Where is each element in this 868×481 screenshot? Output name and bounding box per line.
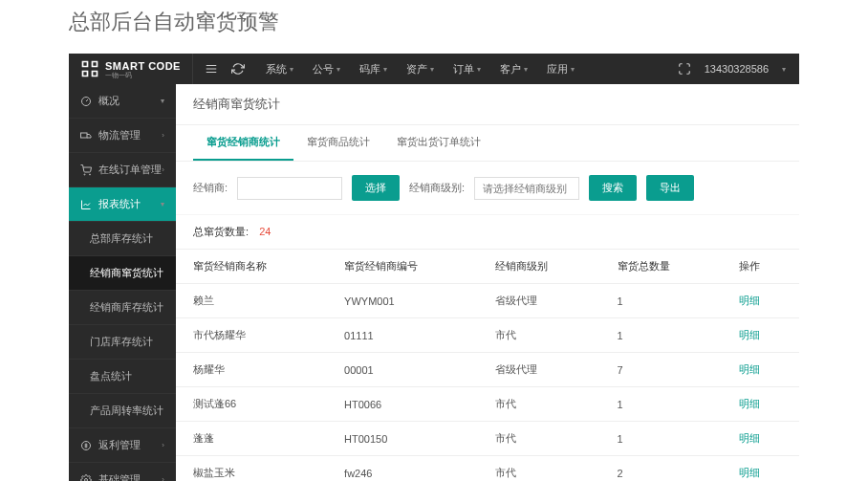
total-label: 总窜货数量: <box>193 226 249 237</box>
total-bar: 总窜货数量: 24 <box>176 214 799 249</box>
cell-code: 00001 <box>327 353 478 387</box>
phone-number[interactable]: 13430328586 <box>705 63 769 75</box>
fullscreen-icon[interactable] <box>678 62 691 76</box>
topnav-orders[interactable]: 订单▾ <box>444 54 490 84</box>
truck-icon <box>80 130 92 142</box>
sidebar-turnover[interactable]: 产品周转率统计 <box>69 394 176 428</box>
money-icon <box>80 440 92 451</box>
detail-link[interactable]: 明细 <box>739 398 760 409</box>
cell-code: 01111 <box>327 318 478 353</box>
cell-qty: 1 <box>600 284 722 318</box>
cell-code: HT0066 <box>327 387 478 422</box>
topnav-codes[interactable]: 码库▾ <box>350 54 397 84</box>
table-header-row: 窜货经销商名称 窜货经销商编号 经销商级别 窜货总数量 操作 <box>176 250 799 284</box>
table-row: 蓬蓬 HT00150 市代 1 明细 <box>176 422 799 456</box>
content: 经销商窜货统计 窜货经销商统计 窜货商品统计 窜货出货订单统计 经销商: 选择 … <box>176 84 799 481</box>
th-action: 操作 <box>722 250 799 284</box>
cell-name: 蓬蓬 <box>176 422 327 456</box>
dealer-input[interactable] <box>237 177 342 200</box>
th-code: 窜货经销商编号 <box>327 250 478 284</box>
cell-qty: 1 <box>600 387 722 422</box>
search-button[interactable]: 搜索 <box>589 175 637 201</box>
page-title: 总部后台自动窜货预警 <box>0 0 868 54</box>
sidebar-basic[interactable]: 基础管理› <box>69 463 176 481</box>
table-row: 测试蓬66 HT0066 市代 1 明细 <box>176 387 799 422</box>
tab-dealer-stats[interactable]: 窜货经销商统计 <box>193 125 293 161</box>
logo-subtext: 一物一码 <box>105 72 181 78</box>
tab-order-stats[interactable]: 窜货出货订单统计 <box>383 125 494 161</box>
cell-name: 赖兰 <box>176 284 327 318</box>
gear-icon <box>80 474 92 482</box>
admin-app: SMART CODE 一物一码 系统▾ 公号▾ 码库▾ 资产▾ 订单▾ 客户▾ … <box>69 54 799 481</box>
content-title: 经销商窜货统计 <box>176 84 799 124</box>
topnav-assets[interactable]: 资产▾ <box>397 54 444 84</box>
detail-link[interactable]: 明细 <box>739 467 760 478</box>
sidebar-dealer-stock[interactable]: 经销商库存统计 <box>69 291 176 325</box>
cell-code: HT00150 <box>327 422 478 456</box>
table-row: 赖兰 YWYM001 省级代理 1 明细 <box>176 284 799 318</box>
sidebar-rebate[interactable]: 返利管理› <box>69 428 176 463</box>
topnav-apps[interactable]: 应用▾ <box>537 54 584 84</box>
sidebar-overview[interactable]: 概况▾ <box>69 84 176 119</box>
topnav-account[interactable]: 公号▾ <box>303 54 350 84</box>
level-label: 经销商级别: <box>409 181 465 195</box>
cell-name: 测试蓬66 <box>176 387 327 422</box>
cell-level: 市代 <box>478 318 599 353</box>
sidebar-reports[interactable]: 报表统计▾ <box>69 187 176 222</box>
logo: SMART CODE 一物一码 <box>69 54 193 84</box>
dashboard-icon <box>80 96 92 107</box>
topnav-system[interactable]: 系统▾ <box>256 54 303 84</box>
logo-icon <box>80 59 99 78</box>
th-level: 经销商级别 <box>478 250 599 284</box>
cart-icon <box>80 164 92 176</box>
results-table: 窜货经销商名称 窜货经销商编号 经销商级别 窜货总数量 操作 赖兰 YWYM00… <box>176 249 799 481</box>
cell-name: 杨耀华 <box>176 353 327 387</box>
detail-link[interactable]: 明细 <box>739 432 760 444</box>
dealer-label: 经销商: <box>193 181 228 195</box>
sidebar-inventory[interactable]: 盘点统计 <box>69 360 176 394</box>
level-select[interactable] <box>474 177 579 200</box>
detail-link[interactable]: 明细 <box>739 329 760 340</box>
cell-level: 市代 <box>478 422 599 456</box>
table-row: 杨耀华 00001 省级代理 7 明细 <box>176 353 799 387</box>
tab-product-stats[interactable]: 窜货商品统计 <box>293 125 383 161</box>
topnav-customers[interactable]: 客户▾ <box>490 54 537 84</box>
cell-level: 市代 <box>478 456 599 482</box>
export-button[interactable]: 导出 <box>646 175 694 201</box>
menu-icon[interactable] <box>205 62 218 76</box>
cell-level: 市代 <box>478 387 599 422</box>
cell-name: 椒盐玉米 <box>176 456 327 482</box>
svg-rect-1 <box>81 133 88 138</box>
chart-icon <box>80 199 92 210</box>
th-name: 窜货经销商名称 <box>176 250 327 284</box>
cell-code: fw246 <box>327 456 478 482</box>
cell-qty: 7 <box>600 353 722 387</box>
detail-link[interactable]: 明细 <box>739 363 760 375</box>
sidebar-logistics[interactable]: 物流管理› <box>69 119 176 153</box>
topnav: 系统▾ 公号▾ 码库▾ 资产▾ 订单▾ 客户▾ 应用▾ <box>256 54 678 84</box>
sidebar-dealer-diversion[interactable]: 经销商窜货统计 <box>69 256 176 291</box>
total-value: 24 <box>259 226 271 237</box>
cell-qty: 1 <box>600 422 722 456</box>
th-qty: 窜货总数量 <box>600 250 722 284</box>
filter-bar: 经销商: 选择 经销商级别: 搜索 导出 <box>176 161 799 214</box>
user-chevron-icon[interactable]: ▾ <box>782 65 786 74</box>
cell-level: 省级代理 <box>478 353 599 387</box>
cell-name: 市代杨耀华 <box>176 318 327 353</box>
table-row: 市代杨耀华 01111 市代 1 明细 <box>176 318 799 353</box>
table-row: 椒盐玉米 fw246 市代 2 明细 <box>176 456 799 482</box>
sidebar-store-stock[interactable]: 门店库存统计 <box>69 325 176 360</box>
sidebar-hq-stock[interactable]: 总部库存统计 <box>69 222 176 256</box>
tabs: 窜货经销商统计 窜货商品统计 窜货出货订单统计 <box>176 124 799 161</box>
sidebar-online-orders[interactable]: 在线订单管理› <box>69 153 176 187</box>
detail-link[interactable]: 明细 <box>739 295 760 306</box>
topbar: SMART CODE 一物一码 系统▾ 公号▾ 码库▾ 资产▾ 订单▾ 客户▾ … <box>69 54 799 84</box>
sidebar: 概况▾ 物流管理› 在线订单管理› 报表统计▾ 总部库存统计 经销商窜货统计 经… <box>69 84 176 481</box>
cell-qty: 1 <box>600 318 722 353</box>
choose-button[interactable]: 选择 <box>352 175 400 201</box>
svg-point-3 <box>90 174 91 175</box>
cell-level: 省级代理 <box>478 284 599 318</box>
cell-code: YWYM001 <box>327 284 478 318</box>
logo-text: SMART CODE <box>105 60 181 72</box>
refresh-icon[interactable] <box>231 62 245 76</box>
